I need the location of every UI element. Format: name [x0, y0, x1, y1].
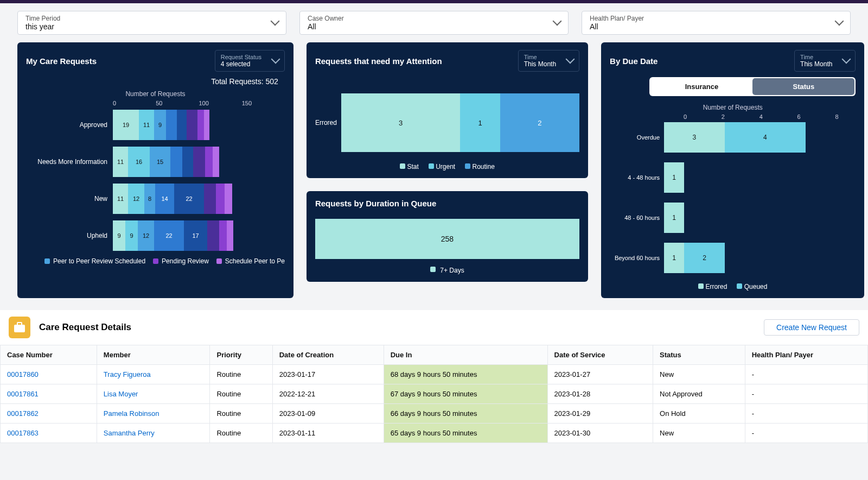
date-service-cell: 2023-01-28 [547, 384, 653, 404]
case-number-link[interactable]: 00017862 [1, 404, 97, 424]
card-duration: Requests by Duration in Queue 258 7+ Day… [307, 191, 588, 282]
filter-value: All [590, 22, 644, 31]
table-row: 00017861Lisa MoyerRoutine2022-12-2167 da… [1, 384, 868, 404]
member-link[interactable]: Pamela Robinson [97, 404, 210, 424]
member-link[interactable]: Lisa Moyer [97, 384, 210, 404]
card-my-care-requests: My Care Requests Request Status 4 select… [17, 42, 293, 298]
legend: Errored Queued [610, 283, 856, 290]
select-time[interactable]: Time This Month [794, 50, 856, 72]
column-header[interactable]: Case Number [1, 345, 97, 365]
filter-health-plan[interactable]: Health Plan/ Payer All [582, 11, 851, 35]
chart-row: Upheld99122217 [26, 220, 285, 251]
status-cell: On Hold [653, 404, 745, 424]
chevron-down-icon [553, 17, 562, 26]
chevron-down-icon [835, 17, 844, 26]
select-time[interactable]: Time This Month [518, 50, 579, 72]
column-header[interactable]: Date of Service [547, 345, 653, 365]
card-title: Requests by Duration in Queue [315, 199, 579, 208]
table-row: 00017862Pamela RobinsonRoutine2023-01-09… [1, 404, 868, 424]
filter-label: Time Period [25, 15, 60, 22]
date-creation-cell: 2023-01-17 [272, 365, 384, 384]
details-table: Case NumberMemberPriorityDate of Creatio… [0, 345, 868, 443]
card-title: My Care Requests [26, 56, 97, 66]
attention-bar: 3 1 2 [341, 93, 579, 152]
axis-title: Number of Requests [610, 104, 856, 111]
health-plan-cell: - [745, 424, 867, 443]
case-number-link[interactable]: 00017861 [1, 384, 97, 404]
care-request-details: Care Request Details Create New Request … [0, 310, 868, 443]
card-title: Requests that need my Attention [315, 56, 442, 66]
health-plan-cell: - [745, 365, 867, 384]
card-due-date: By Due Date Time This Month Insurance St… [601, 42, 864, 298]
column-header[interactable]: Status [653, 345, 745, 365]
health-plan-cell: - [745, 404, 867, 424]
chart-row: Beyond 60 hours12 [610, 243, 856, 273]
chart-row: 48 - 60 hours1 [610, 203, 856, 233]
column-header[interactable]: Member [97, 345, 210, 365]
chart-row: Needs More Information111615 [26, 147, 285, 177]
date-service-cell: 2023-01-30 [547, 424, 653, 443]
column-header[interactable]: Date of Creation [272, 345, 384, 365]
filter-label: Health Plan/ Payer [590, 15, 644, 22]
toggle-insurance-status[interactable]: Insurance Status [649, 77, 856, 96]
chevron-down-icon [842, 55, 851, 64]
date-creation-cell: 2022-12-21 [272, 384, 384, 404]
duration-bar: 258 [315, 219, 579, 259]
axis-title: Number of Requests [26, 90, 285, 98]
chevron-down-icon [271, 17, 280, 26]
chart-row: Overdue34 [610, 122, 856, 153]
create-new-request-button[interactable]: Create New Request [764, 319, 859, 336]
axis-values: 0 50 100 150 [26, 100, 285, 106]
filter-value: All [308, 22, 344, 31]
column-header[interactable]: Due In [384, 345, 547, 365]
status-cell: New [653, 424, 745, 443]
date-service-cell: 2023-01-29 [547, 404, 653, 424]
due-in-cell: 66 days 9 hours 50 minutes [384, 404, 547, 424]
filter-value: this year [25, 22, 60, 31]
svg-rect-1 [17, 323, 22, 325]
chevron-down-icon [566, 55, 575, 64]
total-requests: Total Requests: 502 [26, 77, 285, 86]
due-in-cell: 68 days 9 hours 50 minutes [384, 365, 547, 384]
chart-row: New111281422 [26, 184, 285, 214]
priority-cell: Routine [210, 424, 272, 443]
row-label: Errored [315, 119, 341, 127]
due-in-cell: 67 days 9 hours 50 minutes [384, 384, 547, 404]
tab-insurance[interactable]: Insurance [650, 78, 752, 95]
chevron-down-icon [271, 55, 280, 64]
column-header[interactable]: Health Plan/ Payer [745, 345, 867, 365]
legend: 7+ Days [315, 267, 579, 274]
member-link[interactable]: Samantha Perry [97, 424, 210, 443]
status-cell: New [653, 365, 745, 384]
date-creation-cell: 2023-01-11 [272, 424, 384, 443]
chart-row: 4 - 48 hours1 [610, 162, 856, 193]
column-header[interactable]: Priority [210, 345, 272, 365]
select-request-status[interactable]: Request Status 4 selected [215, 50, 285, 72]
date-service-cell: 2023-01-27 [547, 365, 653, 384]
table-row: 00017863Samantha PerryRoutine2023-01-116… [1, 424, 868, 443]
svg-rect-0 [14, 325, 25, 332]
due-in-cell: 65 days 9 hours 50 minutes [384, 424, 547, 443]
filter-label: Case Owner [308, 15, 344, 22]
member-link[interactable]: Tracy Figueroa [97, 365, 210, 384]
priority-cell: Routine [210, 365, 272, 384]
briefcase-icon [9, 317, 30, 338]
priority-cell: Routine [210, 404, 272, 424]
case-number-link[interactable]: 00017860 [1, 365, 97, 384]
legend: Peer to Peer Review Scheduled Pending Re… [26, 257, 285, 265]
filter-time-period[interactable]: Time Period this year [17, 11, 286, 35]
axis-values: 0 2 4 6 8 [610, 113, 856, 120]
status-cell: Not Approved [653, 384, 745, 404]
priority-cell: Routine [210, 384, 272, 404]
card-attention: Requests that need my Attention Time Thi… [307, 42, 588, 178]
chart-row: Approved19119 [26, 110, 285, 140]
health-plan-cell: - [745, 384, 867, 404]
filter-case-owner[interactable]: Case Owner All [299, 11, 569, 35]
details-title: Care Request Details [39, 322, 131, 333]
card-title: By Due Date [610, 56, 658, 66]
table-row: 00017860Tracy FigueroaRoutine2023-01-176… [1, 365, 868, 384]
date-creation-cell: 2023-01-09 [272, 404, 384, 424]
case-number-link[interactable]: 00017863 [1, 424, 97, 443]
tab-status[interactable]: Status [752, 78, 854, 95]
legend: Stat Urgent Routine [315, 163, 579, 170]
